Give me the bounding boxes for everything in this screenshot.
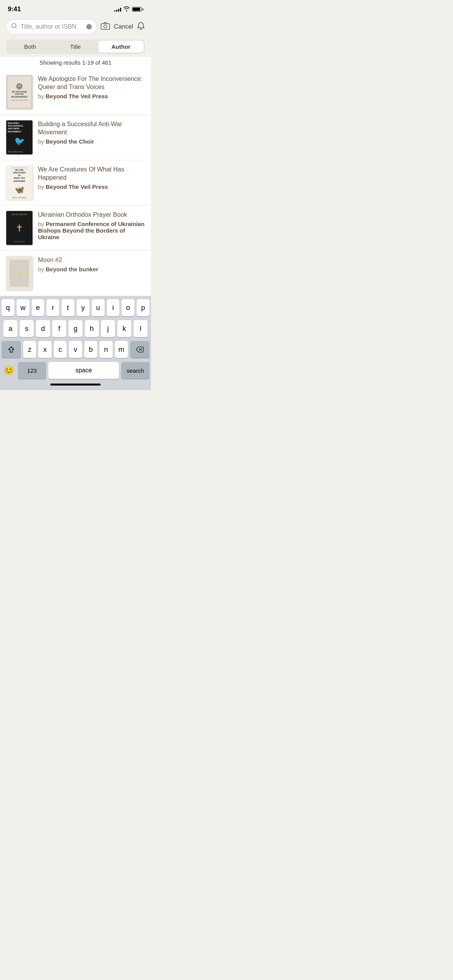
key-v[interactable]: v xyxy=(69,341,82,358)
book-title: Ukrainian Orthodox Prayer Book xyxy=(38,211,145,219)
key-w[interactable]: w xyxy=(17,299,29,316)
keyboard-row-4: 😊 123 space search xyxy=(2,362,149,379)
creature-icon: 🦋 xyxy=(7,183,31,197)
status-time: 9:41 xyxy=(8,5,21,13)
search-key[interactable]: search xyxy=(121,362,149,379)
emoji-key[interactable]: 😊 xyxy=(2,362,15,379)
book-title: Moon #2 xyxy=(38,256,145,264)
key-c[interactable]: c xyxy=(54,341,67,358)
search-icon xyxy=(11,23,17,31)
book-info: We Apologize For The Inconvenience: Quee… xyxy=(38,75,145,99)
status-bar: 9:41 xyxy=(0,0,151,16)
shift-key[interactable] xyxy=(2,341,21,358)
cancel-button[interactable]: Cancel xyxy=(114,23,133,30)
key-z[interactable]: z xyxy=(23,341,36,358)
key-b[interactable]: b xyxy=(84,341,97,358)
book-cover: МОЛИТОВНИК ✝ PRAYER BOOK xyxy=(6,211,33,245)
key-m[interactable]: m xyxy=(115,341,128,358)
key-q[interactable]: q xyxy=(2,299,14,316)
list-item[interactable]: Beyond The Veil Press WE ARECREATURESOFW… xyxy=(0,160,151,206)
key-d[interactable]: d xyxy=(36,320,50,337)
bell-icon[interactable] xyxy=(137,22,145,32)
book-author: by Beyond The Veil Press xyxy=(38,93,145,99)
wifi-icon xyxy=(124,6,130,12)
book-cover: M WE APOLOGIZEFOR THEINCONVENIENCE Queer… xyxy=(6,75,33,109)
svg-rect-1 xyxy=(101,24,110,29)
numbers-key[interactable]: 123 xyxy=(18,362,46,379)
keyboard-row-2: a s d f g h j k l xyxy=(2,320,149,337)
book-cover: 🌙 xyxy=(6,256,33,290)
key-f[interactable]: f xyxy=(52,320,66,337)
camera-icon[interactable] xyxy=(101,22,110,32)
key-l[interactable]: l xyxy=(134,320,148,337)
cross-icon: ✝ xyxy=(15,223,23,234)
mic-icon xyxy=(86,24,92,29)
list-item[interactable]: M WE APOLOGIZEFOR THEINCONVENIENCE Queer… xyxy=(0,70,151,115)
svg-point-2 xyxy=(104,25,107,28)
book-author: by Beyond the bunker xyxy=(38,266,145,272)
filter-tab-both[interactable]: Both xyxy=(7,41,53,53)
keyboard-row-3: z x c v b n m xyxy=(2,341,149,358)
book-info: Ukrainian Orthodox Prayer Book by Perman… xyxy=(38,211,145,240)
book-logo: M xyxy=(16,83,22,89)
status-icons xyxy=(114,6,143,12)
key-e[interactable]: e xyxy=(32,299,45,316)
bird-icon: 🐦 xyxy=(14,136,25,146)
key-s[interactable]: s xyxy=(20,320,34,337)
home-bar xyxy=(50,384,101,385)
key-h[interactable]: h xyxy=(85,320,99,337)
delete-key[interactable] xyxy=(130,341,149,358)
key-j[interactable]: j xyxy=(101,320,115,337)
filter-tab-author[interactable]: Author xyxy=(98,41,144,53)
key-p[interactable]: p xyxy=(137,299,149,316)
home-indicator xyxy=(0,380,151,390)
book-list: M WE APOLOGIZEFOR THEINCONVENIENCE Queer… xyxy=(0,70,151,296)
search-bar-container: Title, author or ISBN Cancel xyxy=(0,16,151,38)
key-g[interactable]: g xyxy=(69,320,82,337)
book-author: by Beyond the Choir xyxy=(38,138,145,145)
book-title: We Are Creatures Of What Has Happened xyxy=(38,166,145,182)
key-o[interactable]: o xyxy=(122,299,134,316)
keyboard: q w e r t y u i o p a s d f g h j k l z … xyxy=(0,296,151,380)
key-r[interactable]: r xyxy=(46,299,59,316)
results-count: Showing results 1-19 of 461 xyxy=(0,57,151,70)
list-item[interactable]: МОЛИТОВНИК ✝ PRAYER BOOK Ukrainian Ortho… xyxy=(0,206,151,251)
book-title: We Apologize For The Inconvenience: Quee… xyxy=(38,75,145,91)
search-input-wrapper[interactable]: Title, author or ISBN xyxy=(6,19,97,34)
list-item[interactable]: 🌙 Moon #2 by Beyond the bunker xyxy=(0,251,151,296)
book-cover: BUILDINGSUCCESSFULANTI-WARMOVEMENT 🐦 Bey… xyxy=(6,120,33,154)
book-info: Moon #2 by Beyond the bunker xyxy=(38,256,145,272)
key-x[interactable]: x xyxy=(38,341,51,358)
book-cover: Beyond The Veil Press WE ARECREATURESOFW… xyxy=(6,166,33,200)
space-key[interactable]: space xyxy=(48,362,119,379)
key-u[interactable]: u xyxy=(92,299,105,316)
book-title: Building a Successful Anti-War Movement xyxy=(38,120,145,137)
filter-tab-title[interactable]: Title xyxy=(53,41,98,53)
battery-icon xyxy=(132,7,143,12)
key-y[interactable]: y xyxy=(77,299,89,316)
key-i[interactable]: i xyxy=(107,299,120,316)
book-info: We Are Creatures Of What Has Happened by… xyxy=(38,166,145,190)
signal-icon xyxy=(114,7,121,12)
key-t[interactable]: t xyxy=(62,299,74,316)
list-item[interactable]: BUILDINGSUCCESSFULANTI-WARMOVEMENT 🐦 Bey… xyxy=(0,115,151,160)
search-input[interactable]: Title, author or ISBN xyxy=(21,23,83,30)
book-info: Building a Successful Anti-War Movement … xyxy=(38,120,145,145)
filter-tabs: Both Title Author xyxy=(6,39,145,54)
book-author: by Beyond The Veil Press xyxy=(38,183,145,190)
key-n[interactable]: n xyxy=(100,341,112,358)
key-a[interactable]: a xyxy=(3,320,17,337)
book-author: by Permanent Conference of Ukrainian Bis… xyxy=(38,221,145,240)
key-k[interactable]: k xyxy=(117,320,131,337)
keyboard-row-1: q w e r t y u i o p xyxy=(2,299,149,316)
